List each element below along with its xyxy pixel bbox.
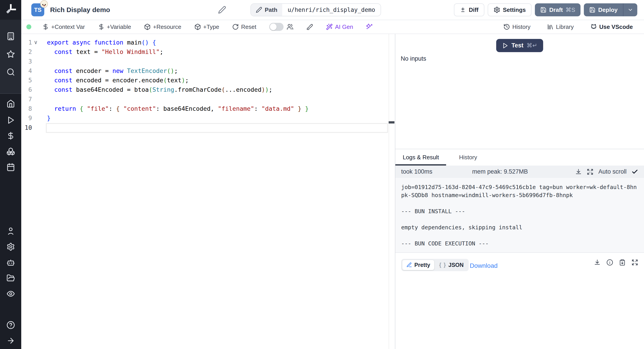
tab-history[interactable]: History — [459, 154, 477, 161]
download-logs-icon[interactable] — [575, 168, 582, 175]
line-number: 1 — [21, 38, 32, 47]
audit-eye-icon[interactable] — [0, 287, 21, 300]
active-tab-underline — [395, 164, 446, 166]
results-tabs: Logs & Result History — [395, 149, 644, 166]
expand-result-icon[interactable] — [632, 259, 638, 266]
expand-sidebar-arrow-icon[interactable] — [0, 334, 21, 347]
resources-boxes-icon[interactable] — [0, 145, 21, 158]
status-dot — [26, 24, 31, 29]
deploy-button[interactable]: Deploy — [584, 3, 623, 16]
add-resource-label: +Resource — [153, 24, 181, 31]
history-label: History — [512, 24, 530, 31]
folders-icon[interactable] — [0, 272, 21, 284]
editor-toolbar: +Context Var +Variable +Resource +Type R… — [21, 20, 644, 34]
path-edit-button[interactable]: Path — [251, 4, 282, 16]
use-vscode-label: Use VScode — [599, 24, 633, 31]
code-editor[interactable]: 1∨export async function main() {2 const … — [21, 34, 395, 349]
workers-robot-icon[interactable] — [0, 256, 21, 269]
auto-scroll-check-icon[interactable] — [632, 168, 638, 175]
braces-icon: { } — [439, 262, 446, 268]
code-line-4[interactable]: 4 const encoder = new TextEncoder(); — [21, 66, 395, 76]
help-circle-icon[interactable] — [0, 318, 21, 331]
users-person-icon[interactable] — [0, 225, 21, 238]
typescript-badge-label: TS — [34, 7, 41, 14]
deploy-dropdown-caret[interactable] — [624, 3, 637, 16]
editor-overview-ruler-line — [389, 34, 389, 349]
add-variable-button[interactable]: +Variable — [98, 24, 131, 31]
edit-summary-pencil-icon[interactable] — [218, 6, 226, 15]
workspace-building-icon[interactable] — [0, 30, 21, 43]
path-control[interactable]: Path u/henri/rich_display_demo — [250, 3, 381, 16]
typescript-badge: TS — [31, 3, 44, 16]
pretty-view-label: Pretty — [414, 262, 430, 268]
diff-button[interactable]: Diff — [454, 3, 484, 16]
fold-chevron-icon[interactable]: ∨ — [34, 38, 38, 47]
test-button-label: Test — [512, 42, 524, 49]
line-number: 4 — [21, 66, 32, 76]
code-line-9[interactable]: 9} — [21, 113, 395, 123]
line-number: 2 — [21, 47, 32, 57]
add-resource-button[interactable]: +Resource — [144, 24, 181, 31]
test-shortcut: ⌘↵ — [526, 42, 537, 49]
line-number: 5 — [21, 76, 32, 85]
settings-button-label: Settings — [503, 7, 526, 14]
pretty-view-button[interactable]: Pretty — [402, 260, 434, 270]
settings-gear-icon[interactable] — [0, 240, 21, 253]
code-line-7[interactable]: 7 — [21, 95, 395, 104]
copy-result-clipboard-icon[interactable] — [619, 259, 626, 266]
code-line-5[interactable]: 5 const encoded = encoder.encode(text); — [21, 76, 395, 85]
favorites-star-icon[interactable] — [0, 48, 21, 61]
code-line-3[interactable]: 3 — [21, 57, 395, 66]
search-icon[interactable] — [0, 66, 21, 79]
settings-button[interactable]: Settings — [488, 3, 532, 16]
schedules-calendar-icon[interactable] — [0, 161, 21, 174]
reset-label: Reset — [241, 24, 256, 31]
json-view-button[interactable]: { } JSON — [435, 260, 468, 270]
code-line-2[interactable]: 2 const text = "Hello Windmill"; — [21, 47, 395, 57]
bun-emoji-badge — [40, 0, 48, 8]
home-icon[interactable] — [0, 97, 21, 110]
run-meta-bar: took 100ms mem peak: 9.527MB Auto scroll — [395, 166, 644, 178]
ai-gen-button[interactable]: AI Gen — [326, 24, 353, 31]
tab-logs-result[interactable]: Logs & Result — [403, 154, 439, 161]
json-view-label: JSON — [448, 262, 464, 268]
no-inputs-text: No inputs — [401, 55, 426, 62]
line-number: 6 — [21, 85, 32, 94]
library-button[interactable]: Library — [547, 24, 574, 31]
collaboration-toggle[interactable] — [269, 23, 284, 31]
top-header: TS Rich Display demo Path u/henri/rich_d… — [21, 0, 644, 20]
reset-button[interactable]: Reset — [232, 24, 256, 31]
add-context-var-button[interactable]: +Context Var — [42, 24, 85, 31]
test-button[interactable]: Test ⌘↵ — [496, 39, 543, 52]
runs-play-icon[interactable] — [0, 114, 21, 127]
expand-logs-icon[interactable] — [587, 168, 594, 175]
line-number: 10 — [21, 123, 32, 132]
history-button[interactable]: History — [503, 24, 530, 31]
draft-button-label: Draft — [549, 7, 563, 14]
line-number: 3 — [21, 57, 32, 66]
sparkles-button[interactable] — [366, 24, 373, 30]
format-brush-button[interactable] — [306, 24, 313, 30]
code-line-1[interactable]: 1∨export async function main() { — [21, 38, 395, 47]
path-value[interactable]: u/henri/rich_display_demo — [282, 4, 380, 16]
code-line-6[interactable]: 6 const base64Encoded = btoa(String.from… — [21, 85, 395, 94]
variables-dollar-icon[interactable] — [0, 129, 21, 142]
line-number: 9 — [21, 113, 32, 123]
logs-output[interactable]: job=01912d75-163d-8204-47c9-5469c516cb1e… — [395, 178, 644, 252]
draft-button[interactable]: Draft ⌘S — [535, 3, 580, 16]
add-type-button[interactable]: +Type — [194, 24, 219, 31]
add-context-var-label: +Context Var — [51, 24, 85, 31]
app-window: TS Rich Display demo Path u/henri/rich_d… — [0, 0, 644, 349]
diff-button-label: Diff — [469, 7, 478, 14]
share-toggle-group — [269, 23, 294, 31]
download-result-icon[interactable] — [594, 259, 600, 266]
info-icon[interactable] — [606, 259, 613, 266]
users-icon — [287, 24, 294, 30]
use-vscode-button[interactable]: Use VScode — [590, 24, 633, 31]
deploy-split-button: Deploy — [584, 3, 637, 16]
code-line-8[interactable]: 8 return { "file": { "content": base64En… — [21, 104, 395, 113]
download-link[interactable]: Download — [470, 262, 498, 269]
code-line-10[interactable]: 10 — [21, 123, 395, 132]
windmill-logo-icon[interactable] — [0, 3, 21, 16]
left-sidebar — [0, 0, 21, 349]
